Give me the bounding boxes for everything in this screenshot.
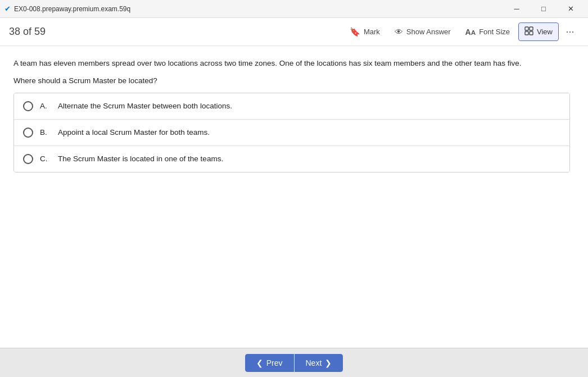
option-row-1[interactable]: B.Appoint a local Scrum Master for both …: [14, 120, 569, 146]
question-prompt: Where should a Scrum Master be located?: [13, 76, 575, 85]
show-answer-button[interactable]: 👁 Show Answer: [388, 23, 457, 40]
font-icon: AA: [465, 28, 476, 37]
bookmark-icon: 🔖: [350, 27, 360, 37]
svg-rect-3: [530, 31, 533, 35]
option-text-2: The Scrum Master is located in one of th…: [58, 155, 223, 163]
maximize-button[interactable]: □: [531, 0, 557, 18]
next-button[interactable]: Next ❯: [295, 354, 343, 372]
check-icon: ✔: [4, 4, 11, 13]
prev-icon: ❮: [256, 358, 263, 367]
mark-button[interactable]: 🔖 Mark: [343, 23, 386, 41]
view-icon: [524, 26, 533, 37]
minimize-button[interactable]: ─: [504, 0, 530, 18]
option-row-0[interactable]: A.Alternate the Scrum Master between bot…: [14, 93, 569, 120]
close-button[interactable]: ✕: [558, 0, 584, 18]
next-label: Next: [306, 358, 322, 367]
app-title: EX0-008.prepaway.premium.exam.59q: [14, 5, 130, 13]
option-letter-2: C.: [40, 155, 51, 163]
svg-rect-0: [525, 27, 528, 30]
svg-rect-2: [525, 31, 528, 35]
question-counter: 38 of 59: [9, 26, 46, 38]
option-letter-0: A.: [40, 102, 51, 110]
eye-icon: 👁: [395, 27, 403, 37]
radio-1[interactable]: [23, 128, 33, 138]
view-button[interactable]: View: [518, 22, 559, 41]
more-button[interactable]: ···: [561, 23, 579, 41]
options-container: A.Alternate the Scrum Master between bot…: [13, 93, 570, 172]
option-text-1: Appoint a local Scrum Master for both te…: [58, 128, 210, 137]
question-text: A team has eleven members spread over tw…: [13, 57, 575, 70]
font-size-label: Font Size: [479, 28, 510, 36]
option-letter-1: B.: [40, 128, 51, 137]
main-content: A team has eleven members spread over tw…: [0, 46, 588, 348]
option-text-0: Alternate the Scrum Master between both …: [58, 102, 232, 110]
option-row-2[interactable]: C.The Scrum Master is located in one of …: [14, 146, 569, 172]
title-bar-left: ✔ EX0-008.prepaway.premium.exam.59q: [4, 4, 130, 13]
radio-2[interactable]: [23, 154, 33, 164]
svg-rect-1: [530, 27, 533, 30]
navigation-buttons: ❮ Prev Next ❯: [245, 354, 343, 372]
show-answer-label: Show Answer: [406, 28, 451, 36]
radio-0[interactable]: [23, 101, 33, 111]
footer: ❮ Prev Next ❯: [0, 348, 588, 377]
prev-button[interactable]: ❮ Prev: [245, 354, 294, 372]
font-size-button[interactable]: AA Font Size: [459, 24, 516, 40]
title-bar: ✔ EX0-008.prepaway.premium.exam.59q ─ □ …: [0, 0, 588, 18]
toolbar: 38 of 59 🔖 Mark 👁 Show Answer AA Font Si…: [0, 18, 588, 46]
title-bar-controls: ─ □ ✕: [504, 0, 584, 18]
toolbar-actions: 🔖 Mark 👁 Show Answer AA Font Size View ·…: [343, 22, 579, 41]
mark-label: Mark: [364, 28, 380, 36]
view-label: View: [537, 28, 553, 36]
prev-label: Prev: [266, 358, 283, 367]
next-icon: ❯: [325, 358, 332, 367]
